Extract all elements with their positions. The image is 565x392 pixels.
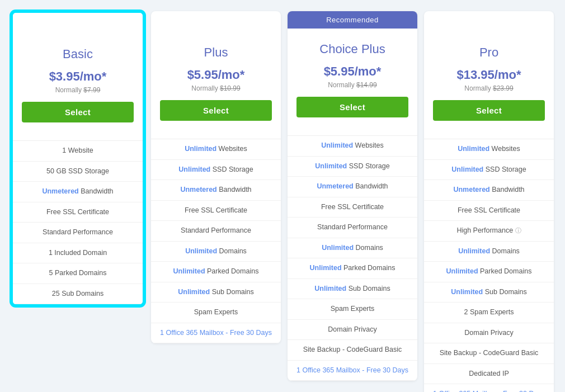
features-list-pro: Unlimited WebsitesUnlimited SSD StorageU…: [424, 139, 554, 392]
feature-item: Unmetered Bandwidth: [288, 177, 417, 197]
plan-normal-price: Normally $14.99: [296, 81, 408, 89]
feature-item: Unlimited SSD Storage: [424, 160, 554, 181]
feature-item: Unlimited Websites: [288, 136, 417, 157]
features-list-basic: 1 Website50 GB SSD StorageUnmetered Band…: [13, 140, 143, 304]
feature-item: Unlimited Parked Domains: [151, 262, 281, 282]
select-button-basic[interactable]: Select: [22, 102, 134, 122]
select-button-choice-plus[interactable]: Select: [296, 97, 408, 117]
feature-item: Unlimited Domains: [151, 242, 281, 262]
plan-price: $3.95/mo*: [22, 69, 134, 84]
feature-item: Free SSL Certificate: [288, 197, 417, 218]
feature-item: 1 Office 365 Mailbox - Free 30 Days: [288, 361, 417, 381]
feature-item: Unlimited Domains: [288, 238, 417, 259]
feature-item: Standard Performance: [13, 223, 143, 243]
top-spacer: [151, 11, 281, 32]
feature-item: Unlimited Domains: [424, 242, 554, 262]
plan-card-pro: Pro $13.95/mo* Normally $23.99 Select Un…: [424, 11, 554, 392]
feature-item: Standard Performance: [288, 218, 417, 238]
feature-item: Dedicated IP: [424, 364, 554, 385]
feature-item: Site Backup - CodeGuard Basic: [424, 343, 554, 364]
feature-item: Unlimited SSD Storage: [288, 157, 417, 177]
plan-price: $13.95/mo*: [433, 68, 545, 82]
plan-normal-price: Normally $23.99: [433, 84, 545, 92]
feature-item: Spam Experts: [151, 303, 281, 323]
recommended-banner: Recommended: [288, 11, 417, 29]
feature-item: Unlimited Parked Domains: [288, 258, 417, 279]
feature-item: Free SSL Certificate: [424, 201, 554, 221]
feature-item: Free SSL Certificate: [13, 202, 143, 223]
plan-price: $5.95/mo*: [160, 68, 272, 82]
plan-body: Plus $5.95/mo* Normally $10.99 Select: [151, 32, 281, 134]
select-button-plus[interactable]: Select: [160, 100, 272, 121]
feature-item: Spam Experts: [288, 299, 417, 320]
select-button-pro[interactable]: Select: [433, 100, 545, 121]
plan-price: $5.95/mo*: [296, 64, 408, 79]
feature-item: Unmetered Bandwidth: [151, 180, 281, 201]
feature-item: Free SSL Certificate: [151, 201, 281, 221]
features-list-plus: Unlimited WebsitesUnlimited SSD StorageU…: [151, 139, 281, 343]
feature-item: 1 Office 365 Mailbox - Free 30 Days: [424, 384, 554, 392]
feature-item: Domain Privacy: [424, 323, 554, 344]
pricing-container: Basic $3.95/mo* Normally $7.99 Select 1 …: [11, 11, 554, 392]
feature-item: Unlimited Sub Domains: [424, 282, 554, 303]
feature-item: Unlimited SSD Storage: [151, 160, 281, 181]
plan-card-plus: Plus $5.95/mo* Normally $10.99 Select Un…: [151, 11, 281, 343]
feature-item: Standard Performance: [151, 221, 281, 242]
plan-body: Basic $3.95/mo* Normally $7.99 Select: [13, 34, 143, 136]
plan-name: Choice Plus: [296, 42, 408, 56]
feature-item: Domain Privacy: [288, 320, 417, 341]
plan-body: Choice Plus $5.95/mo* Normally $14.99 Se…: [288, 29, 417, 131]
plan-name: Basic: [22, 47, 134, 62]
plan-card-choice-plus: Recommended Choice Plus $5.95/mo* Normal…: [288, 11, 417, 381]
plan-name: Pro: [433, 45, 545, 60]
feature-item: Unlimited Websites: [151, 139, 281, 160]
feature-item: 25 Sub Domains: [13, 284, 143, 305]
feature-item: High Performance ⓘ: [424, 221, 554, 242]
feature-item: Site Backup - CodeGuard Basic: [288, 340, 417, 361]
feature-item: Unlimited Sub Domains: [288, 279, 417, 300]
plan-body: Pro $13.95/mo* Normally $23.99 Select: [424, 32, 554, 134]
plan-card-basic: Basic $3.95/mo* Normally $7.99 Select 1 …: [11, 11, 144, 306]
feature-item: Unlimited Sub Domains: [151, 282, 281, 303]
feature-item: Unlimited Parked Domains: [424, 262, 554, 282]
top-spacer: [424, 11, 554, 32]
plan-name: Plus: [160, 45, 272, 60]
plan-normal-price: Normally $7.99: [22, 86, 134, 94]
feature-item: Unmetered Bandwidth: [13, 182, 143, 202]
features-list-choice-plus: Unlimited WebsitesUnlimited SSD StorageU…: [288, 135, 417, 381]
plan-normal-price: Normally $10.99: [160, 84, 272, 92]
feature-item: 2 Spam Experts: [424, 303, 554, 323]
top-spacer: [13, 13, 143, 34]
feature-item: 5 Parked Domains: [13, 263, 143, 284]
feature-item: Unmetered Bandwidth: [424, 180, 554, 201]
feature-item: 1 Office 365 Mailbox - Free 30 Days: [151, 323, 281, 344]
feature-item: Unlimited Websites: [424, 139, 554, 160]
feature-item: 1 Included Domain: [13, 243, 143, 264]
feature-item: 1 Website: [13, 141, 143, 162]
feature-item: 50 GB SSD Storage: [13, 162, 143, 182]
